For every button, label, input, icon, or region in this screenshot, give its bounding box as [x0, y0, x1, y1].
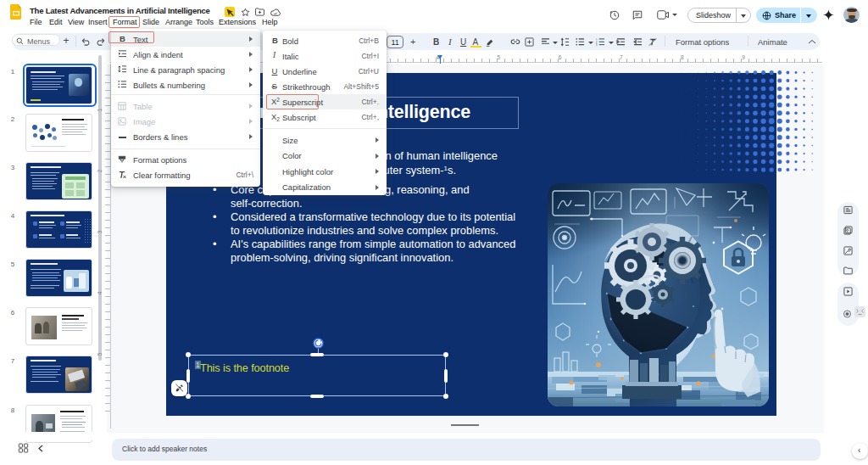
svg-text:3: 3 — [596, 43, 598, 46]
